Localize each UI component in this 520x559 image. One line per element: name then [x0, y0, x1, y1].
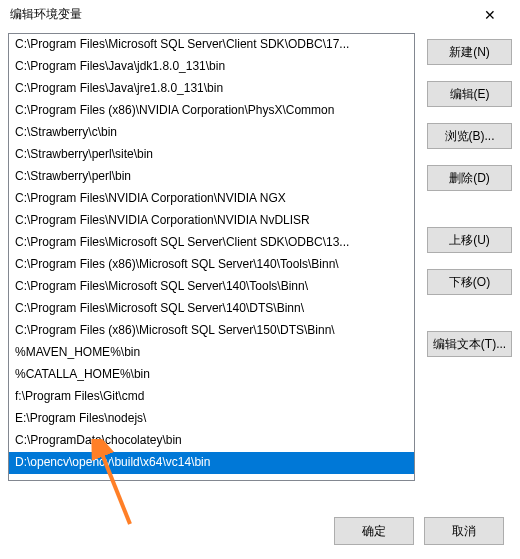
list-item[interactable]: %CATALLA_HOME%\bin — [9, 364, 414, 386]
delete-button[interactable]: 删除(D) — [427, 165, 512, 191]
list-item[interactable]: C:\Strawberry\perl\bin — [9, 166, 414, 188]
dialog-title: 编辑环境变量 — [10, 6, 82, 23]
new-button[interactable]: 新建(N) — [427, 39, 512, 65]
titlebar: 编辑环境变量 ✕ — [0, 0, 520, 29]
list-item[interactable]: C:\Program Files\NVIDIA Corporation\NVID… — [9, 210, 414, 232]
list-item[interactable]: C:\Program Files\Microsoft SQL Server\14… — [9, 298, 414, 320]
edit-button[interactable]: 编辑(E) — [427, 81, 512, 107]
list-item[interactable]: C:\Program Files\Java\jdk1.8.0_131\bin — [9, 56, 414, 78]
browse-button[interactable]: 浏览(B)... — [427, 123, 512, 149]
dialog-footer: 确定 取消 — [334, 517, 504, 545]
ok-button[interactable]: 确定 — [334, 517, 414, 545]
move-up-button[interactable]: 上移(U) — [427, 227, 512, 253]
close-icon[interactable]: ✕ — [470, 7, 510, 23]
list-item[interactable]: C:\Strawberry\perl\site\bin — [9, 144, 414, 166]
list-item[interactable]: C:\Program Files (x86)\Microsoft SQL Ser… — [9, 320, 414, 342]
edit-text-button[interactable]: 编辑文本(T)... — [427, 331, 512, 357]
list-item[interactable]: %MAVEN_HOME%\bin — [9, 342, 414, 364]
list-item[interactable]: C:\Program Files\Microsoft SQL Server\Cl… — [9, 34, 414, 56]
list-item[interactable]: D:\opencv\opencv\build\x64\vc14\bin — [9, 452, 414, 474]
move-down-button[interactable]: 下移(O) — [427, 269, 512, 295]
list-item[interactable]: C:\Program Files\Microsoft SQL Server\Cl… — [9, 232, 414, 254]
cancel-button[interactable]: 取消 — [424, 517, 504, 545]
button-sidebar: 新建(N) 编辑(E) 浏览(B)... 删除(D) 上移(U) 下移(O) 编… — [427, 33, 512, 481]
list-item[interactable]: E:\Program Files\nodejs\ — [9, 408, 414, 430]
list-item[interactable]: C:\Program Files\NVIDIA Corporation\NVID… — [9, 188, 414, 210]
list-item[interactable]: C:\Strawberry\c\bin — [9, 122, 414, 144]
list-item[interactable]: C:\Program Files (x86)\Microsoft SQL Ser… — [9, 254, 414, 276]
list-item[interactable]: C:\Program Files\Microsoft SQL Server\14… — [9, 276, 414, 298]
list-item[interactable]: f:\Program Files\Git\cmd — [9, 386, 414, 408]
list-item[interactable]: C:\ProgramData\chocolatey\bin — [9, 430, 414, 452]
list-item[interactable]: C:\Program Files\Java\jre1.8.0_131\bin — [9, 78, 414, 100]
list-item[interactable]: C:\Program Files (x86)\NVIDIA Corporatio… — [9, 100, 414, 122]
path-listbox[interactable]: C:\Program Files\Microsoft SQL Server\Cl… — [8, 33, 415, 481]
